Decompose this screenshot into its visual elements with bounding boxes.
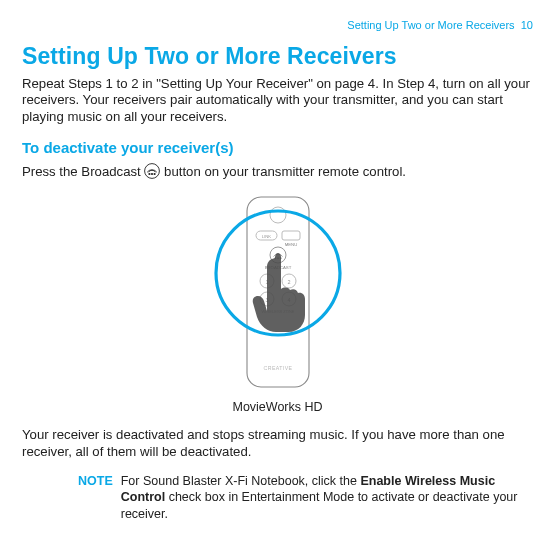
after-figure-paragraph: Your receiver is deactivated and stops s… [22, 427, 533, 461]
svg-point-0 [145, 164, 160, 179]
press-instruction: Press the Broadcast button on your trans… [22, 163, 533, 181]
figure-caption: MovieWorks HD [22, 399, 533, 415]
brand-label: CREATIVE [263, 365, 292, 371]
header-page-number: 10 [521, 19, 533, 31]
svg-text:2: 2 [287, 279, 290, 285]
svg-point-2 [151, 173, 153, 175]
menu-label: MENU [284, 242, 297, 247]
sub-heading: To deactivate your receiver(s) [22, 138, 533, 157]
header-section-label: Setting Up Two or More Receivers [347, 19, 514, 31]
remote-figure: LINK MENU BROADCAST 1 2 3 4 WIRELESS ZON… [22, 193, 533, 415]
press-before: Press the Broadcast [22, 164, 144, 179]
page-title: Setting Up Two or More Receivers [22, 42, 533, 71]
note-prefix: For Sound Blaster X-Fi Notebook, click t… [121, 474, 361, 488]
note: NOTE For Sound Blaster X-Fi Notebook, cl… [78, 473, 527, 522]
intro-paragraph: Repeat Steps 1 to 2 in "Setting Up Your … [22, 76, 533, 127]
header-section: Setting Up Two or More Receivers 10 [22, 18, 533, 32]
press-after: button on your transmitter remote contro… [164, 164, 406, 179]
svg-point-3 [154, 173, 156, 175]
svg-point-1 [149, 173, 151, 175]
note-suffix: check box in Entertainment Mode to activ… [121, 490, 518, 520]
note-text: For Sound Blaster X-Fi Notebook, click t… [121, 473, 527, 522]
note-label: NOTE [78, 473, 113, 522]
svg-text:LINK: LINK [261, 234, 271, 239]
broadcast-icon [144, 163, 160, 179]
